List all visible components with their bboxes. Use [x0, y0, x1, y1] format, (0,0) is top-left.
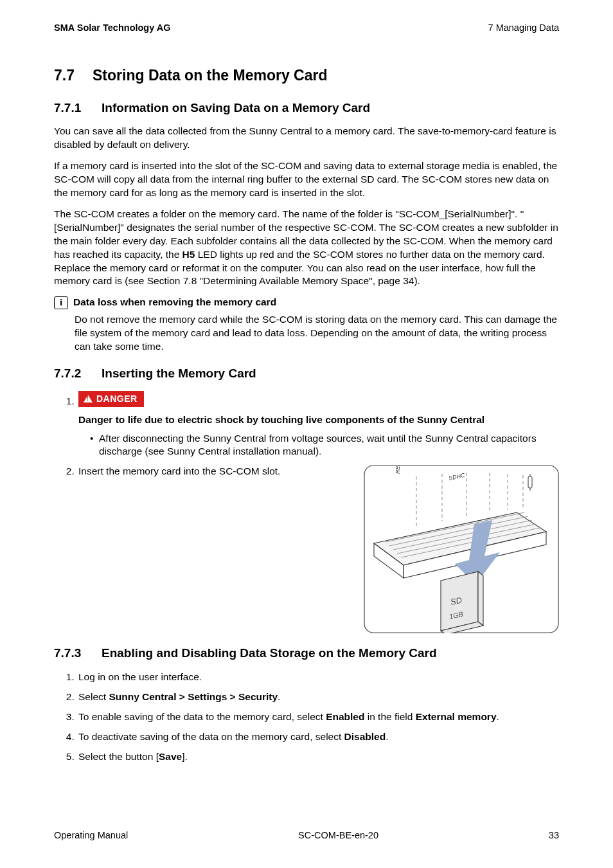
step: To enable saving of the data to the memo… — [77, 710, 559, 724]
text: Select — [78, 691, 109, 702]
heading-title: Information on Saving Data on a Memory C… — [102, 100, 370, 116]
text: . — [497, 711, 499, 722]
text: Select the button [ — [78, 751, 159, 762]
field-value: Disabled — [344, 731, 386, 742]
footer-page-number: 33 — [549, 829, 559, 842]
heading-7-7-2: 7.7.2 Inserting the Memory Card — [54, 365, 559, 382]
page-footer: Operating Manual SC-COM-BE-en-20 33 — [54, 829, 559, 842]
heading-title: Storing Data on the Memory Card — [93, 66, 327, 86]
paragraph: If a memory card is inserted into the sl… — [54, 159, 559, 200]
text: ]. — [182, 751, 188, 762]
text: . — [278, 691, 280, 702]
svg-marker-20 — [478, 572, 483, 626]
procedure-list: Log in on the user interface. Select Sun… — [54, 671, 559, 764]
heading-number: 7.7.3 — [54, 645, 102, 662]
header-company: SMA Solar Technology AG — [54, 22, 171, 35]
sd-slot-illustration: RESET SDHC POWER 500 mA — [364, 465, 559, 633]
paragraph: The SC-COM creates a folder on the memor… — [54, 208, 559, 289]
paragraph: You can save all the data collected from… — [54, 125, 559, 152]
heading-7-7-3: 7.7.3 Enabling and Disabling Data Storag… — [54, 645, 559, 662]
heading-title: Enabling and Disabling Data Storage on t… — [102, 645, 437, 662]
heading-number: 7.7 — [54, 66, 93, 86]
page-header: SMA Solar Technology AG 7 Managing Data — [54, 22, 559, 35]
step: Select Sunny Central > Settings > Securi… — [77, 691, 559, 704]
text: To enable saving of the data to the memo… — [78, 711, 326, 722]
heading-number: 7.7.2 — [54, 365, 102, 382]
procedure-list: DANGER Danger to life due to electric sh… — [54, 391, 559, 634]
field-value: Enabled — [326, 711, 364, 722]
danger-label: DANGER — [96, 393, 138, 405]
header-section: 7 Managing Data — [488, 22, 559, 35]
field-name: External memory — [416, 711, 497, 722]
menu-path: Sunny Central > Settings > Security — [109, 691, 278, 702]
step: To deactivate saving of the data on the … — [77, 730, 559, 744]
text: in the field — [364, 711, 415, 722]
heading-title: Inserting the Memory Card — [102, 365, 256, 382]
step-text: Insert the memory card into the SC-COM s… — [78, 465, 351, 478]
led-name: H5 — [182, 249, 195, 260]
heading-7-7: 7.7 Storing Data on the Memory Card — [54, 66, 559, 86]
step-1: DANGER Danger to life due to electric sh… — [77, 391, 559, 459]
page: SMA Solar Technology AG 7 Managing Data … — [0, 0, 613, 868]
button-name: Save — [159, 751, 182, 762]
danger-bullets: After disconnecting the Sunny Central fr… — [78, 432, 559, 459]
footer-center: SC-COM-BE-en-20 — [298, 829, 378, 842]
footer-left: Operating Manual — [54, 829, 128, 842]
info-icon: i — [54, 296, 68, 309]
info-note: i Data loss when removing the memory car… — [54, 296, 559, 354]
text: . — [386, 731, 388, 742]
text: To deactivate saving of the data on the … — [78, 731, 344, 742]
danger-title: Danger to life due to electric shock by … — [78, 413, 559, 427]
warning-triangle-icon — [84, 395, 93, 402]
step: Log in on the user interface. — [77, 671, 559, 684]
info-header: i Data loss when removing the memory car… — [54, 296, 559, 309]
step-2: Insert the memory card into the SC-COM s… — [77, 465, 559, 633]
danger-badge: DANGER — [78, 391, 144, 407]
heading-7-7-1: 7.7.1 Information on Saving Data on a Me… — [54, 100, 559, 116]
info-title: Data loss when removing the memory card — [73, 296, 276, 309]
info-body: Do not remove the memory card while the … — [75, 313, 559, 354]
step: Select the button [Save]. — [77, 750, 559, 764]
heading-number: 7.7.1 — [54, 100, 102, 116]
reset-label: RESET — [395, 465, 401, 474]
bullet: After disconnecting the Sunny Central fr… — [99, 432, 559, 459]
